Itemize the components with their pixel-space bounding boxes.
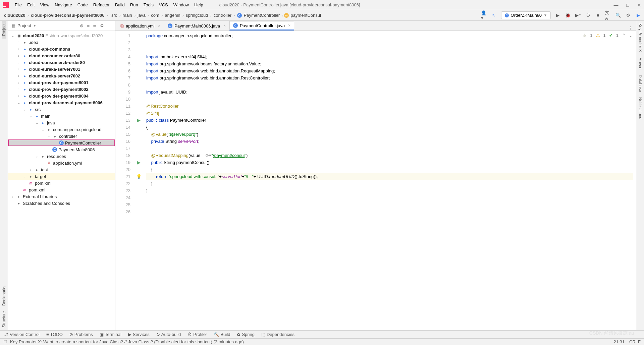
tool-notifications[interactable]: Notifications — [638, 95, 643, 122]
tool-spring[interactable]: ✿Spring — [237, 332, 255, 337]
tree-item[interactable]: mpom.xml — [8, 180, 115, 186]
tree-item[interactable]: mpom.xml — [8, 186, 115, 193]
tree-root[interactable]: ▣ cloud2020 E:\idea-workspace\cloud2020 — [8, 32, 115, 39]
menu-vcs[interactable]: VCS — [156, 2, 171, 8]
breadcrumb-module[interactable]: cloud-providerconsul-payment8006 — [30, 12, 106, 18]
coverage-icon[interactable]: ▶⁺ — [575, 12, 581, 18]
stop-icon[interactable]: ■ — [595, 12, 601, 18]
tool-services[interactable]: ▶Services — [128, 332, 150, 337]
tabs-more-icon[interactable]: ⋮ — [625, 25, 636, 31]
editor-tab[interactable]: ⧉application.yml× — [117, 21, 164, 31]
tree-item[interactable]: ▸controller — [8, 133, 115, 139]
tree-item[interactable]: ▸Scratches and Consoles — [8, 200, 115, 207]
tab-close-icon[interactable]: × — [223, 23, 226, 28]
tree-item[interactable]: ▸cloud-eureka-server7002 — [8, 72, 115, 79]
tree-item[interactable]: ▸src — [8, 106, 115, 113]
tool-key-promoter[interactable]: Key Promoter X — [638, 21, 643, 55]
tool-database[interactable]: Database — [638, 72, 643, 95]
menu-refactor[interactable]: Refactor — [91, 2, 112, 8]
breadcrumb-segment[interactable]: angenin — [163, 12, 181, 18]
debug-icon[interactable]: 🐞 — [565, 12, 571, 18]
tool-maven[interactable]: Maven — [638, 55, 643, 72]
tool-dependencies[interactable]: ⬚Dependencies — [261, 332, 294, 337]
menu-edit[interactable]: Edit — [24, 2, 37, 8]
cursor-position[interactable]: 21:31 — [614, 339, 625, 344]
tool-todo[interactable]: ≡TODO — [46, 332, 63, 337]
hide-icon[interactable]: — — [107, 23, 112, 28]
tree-item[interactable]: ▸cloud-providerconsul-payment8006 — [8, 99, 115, 106]
locate-icon[interactable]: ⊚ — [80, 23, 84, 28]
minimize-icon[interactable]: — — [614, 2, 619, 8]
tree-item[interactable]: ▸External Libraries — [8, 193, 115, 200]
editor-tab[interactable]: CPaymentMain8006.java× — [164, 21, 229, 31]
breadcrumb-root[interactable]: cloud2020 — [3, 12, 27, 18]
tool-bookmarks[interactable]: Bookmarks — [2, 283, 6, 308]
ai-icon[interactable]: ▶ — [635, 12, 641, 18]
settings-icon[interactable]: ⚙ — [625, 12, 631, 18]
tree-item[interactable]: ▸cloud-provider-payment8001 — [8, 79, 115, 86]
close-icon[interactable]: ✕ — [637, 2, 641, 8]
run-icon[interactable]: ▶ — [555, 12, 561, 18]
menu-help[interactable]: Help — [192, 2, 206, 8]
tree-item[interactable]: ▸cloud-consumerzk-order80 — [8, 59, 115, 66]
chevron-down-icon[interactable]: ▼ — [33, 24, 36, 27]
sidebar-label[interactable]: Project — [17, 23, 31, 28]
tree-item[interactable]: CPaymentController — [8, 139, 115, 146]
tool-structure[interactable]: Structure — [2, 308, 6, 330]
menu-window[interactable]: Window — [171, 2, 192, 8]
tab-close-icon[interactable]: × — [288, 23, 290, 28]
code-content[interactable]: package com.angenin.springcloud.controll… — [144, 31, 636, 330]
collapse-icon[interactable]: ≣ — [93, 23, 97, 28]
menu-build[interactable]: Build — [112, 2, 127, 8]
menu-tools[interactable]: Tools — [141, 2, 156, 8]
tree-item[interactable]: ▸cloud-api-commons — [8, 46, 115, 52]
tree-item[interactable]: ⧉application.yml — [8, 160, 115, 166]
tool-profiler[interactable]: ⏱Profiler — [187, 332, 207, 337]
back-icon[interactable]: ↖ — [491, 12, 497, 18]
breadcrumb-method[interactable]: paymentConsul — [289, 12, 322, 18]
breadcrumb-segment[interactable]: main — [121, 12, 133, 18]
tree-item[interactable]: ▸resources — [8, 153, 115, 160]
tab-close-icon[interactable]: × — [158, 23, 160, 28]
tool-problems[interactable]: ⊘Problems — [69, 332, 93, 337]
tree-item[interactable]: ▸cloud-consumer-order80 — [8, 52, 115, 59]
menu-run[interactable]: Run — [127, 2, 141, 8]
breadcrumb-segment[interactable]: controller — [212, 12, 233, 18]
translate-icon[interactable]: 文A — [605, 12, 611, 18]
tree-item[interactable]: CPaymentMain8006 — [8, 146, 115, 153]
menu-view[interactable]: View — [37, 2, 52, 8]
tree-item[interactable]: ▸cloud-provider-payment8002 — [8, 86, 115, 93]
tree-item[interactable]: ▸target — [8, 173, 115, 180]
breadcrumb-class[interactable]: PaymentController — [243, 12, 281, 18]
run-config-selector[interactable]: C OrderZKMain80 ▼ — [501, 11, 551, 19]
code-editor[interactable]: 1234567891011121314151617181920212223242… — [115, 31, 636, 330]
tool-build[interactable]: 🔨Build — [214, 332, 230, 337]
menu-navigate[interactable]: Navigate — [52, 2, 74, 8]
tree-item[interactable]: ▸test — [8, 166, 115, 173]
breadcrumb-segment[interactable]: com — [150, 12, 161, 18]
tree-item[interactable]: ▸.idea — [8, 39, 115, 46]
tool-auto-build[interactable]: ↻Auto-build — [156, 332, 181, 337]
tree-item[interactable]: ▸main — [8, 113, 115, 119]
tool-project[interactable]: Project — [2, 21, 6, 39]
menu-file[interactable]: File — [12, 2, 24, 8]
maximize-icon[interactable]: □ — [627, 2, 629, 8]
tree-item[interactable]: ▸cloud-eureka-server7001 — [8, 66, 115, 72]
tool-terminal[interactable]: ▣Terminal — [100, 332, 121, 337]
editor-tab[interactable]: CPaymentController.java× — [229, 21, 294, 31]
tree-item[interactable]: ▸cloud-provider-payment8004 — [8, 93, 115, 99]
breadcrumbs[interactable]: cloud2020› cloud-providerconsul-payment8… — [3, 12, 322, 18]
search-icon[interactable]: 🔍 — [615, 12, 621, 18]
tree-item[interactable]: ▸com.angenin.springcloud — [8, 126, 115, 133]
expand-icon[interactable]: ≡ — [87, 23, 90, 28]
menu-code[interactable]: Code — [75, 2, 91, 8]
breadcrumb-segment[interactable]: springcloud — [184, 12, 210, 18]
user-icon[interactable]: 👤▾ — [481, 12, 487, 18]
breadcrumb-segment[interactable]: java — [136, 12, 147, 18]
inspection-widget[interactable]: ⚠1 ⚠1 ✔1 ⌃⌄ — [583, 33, 633, 38]
tool-version-control[interactable]: ⎇Version Control — [3, 332, 40, 337]
profile-icon[interactable]: ⏱ — [585, 12, 591, 18]
line-separator[interactable]: CRLF — [629, 339, 641, 344]
project-tree[interactable]: ▣ cloud2020 E:\idea-workspace\cloud2020 … — [8, 31, 115, 330]
gear-icon[interactable]: ⚙ — [100, 23, 104, 28]
